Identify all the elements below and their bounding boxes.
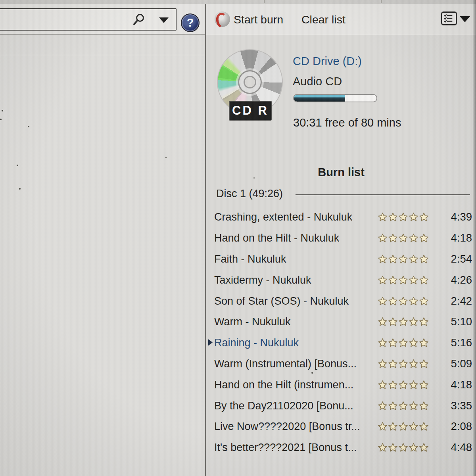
star-icon[interactable]: [398, 401, 408, 411]
star-icon[interactable]: [378, 443, 388, 453]
track-rating-stars[interactable]: [378, 359, 429, 369]
star-icon[interactable]: [409, 233, 418, 243]
star-icon[interactable]: [419, 254, 429, 264]
star-icon[interactable]: [378, 233, 388, 243]
search-box[interactable]: [0, 8, 177, 31]
track-row[interactable]: Warm (Instrumental) [Bonus... 5:09: [206, 353, 476, 374]
star-icon[interactable]: [409, 212, 418, 222]
star-icon[interactable]: [398, 338, 408, 348]
track-row[interactable]: Warm - Nukuluk 5:10: [206, 311, 476, 332]
search-input[interactable]: [2, 11, 134, 29]
star-icon[interactable]: [409, 317, 418, 327]
star-icon[interactable]: [419, 296, 429, 306]
star-icon[interactable]: [409, 422, 418, 432]
star-icon[interactable]: [419, 422, 429, 432]
star-icon[interactable]: [398, 233, 408, 243]
star-icon[interactable]: [409, 254, 418, 264]
star-icon[interactable]: [419, 359, 429, 369]
star-icon[interactable]: [398, 317, 408, 327]
track-row[interactable]: Crashing, extented - Nukuluk 4:39: [206, 207, 476, 228]
track-row[interactable]: Son of Star (SOS) - Nukuluk 2:42: [206, 290, 476, 311]
star-icon[interactable]: [398, 443, 408, 453]
clear-list-button[interactable]: Clear list: [301, 4, 345, 35]
star-icon[interactable]: [398, 359, 408, 369]
star-icon[interactable]: [388, 401, 398, 411]
track-title: Crashing, extented - Nukuluk: [214, 211, 352, 223]
star-icon[interactable]: [388, 359, 398, 369]
star-icon[interactable]: [409, 380, 418, 390]
help-button[interactable]: ?: [181, 13, 200, 32]
dust-speck: [253, 177, 255, 178]
search-options-chevron-icon[interactable]: [159, 17, 169, 23]
star-icon[interactable]: [378, 254, 388, 264]
star-icon[interactable]: [388, 275, 398, 285]
star-icon[interactable]: [388, 212, 398, 222]
star-icon[interactable]: [388, 233, 398, 243]
track-rating-stars[interactable]: [378, 401, 429, 411]
list-options-chevron-icon[interactable]: [460, 16, 470, 22]
disc-capacity-fill: [294, 95, 345, 102]
star-icon[interactable]: [388, 443, 398, 453]
track-row[interactable]: Faith - Nukuluk 2:54: [206, 249, 476, 270]
track-duration: 2:42: [451, 295, 472, 307]
track-row[interactable]: Taxidermy - Nukuluk 4:26: [206, 269, 476, 290]
star-icon[interactable]: [388, 317, 398, 327]
star-icon[interactable]: [398, 296, 408, 306]
star-icon[interactable]: [419, 380, 429, 390]
star-icon[interactable]: [419, 212, 429, 222]
dust-speck: [28, 126, 29, 127]
star-icon[interactable]: [378, 317, 388, 327]
track-row[interactable]: Live Now????2020 [Bonus tr... 2:08: [206, 416, 476, 437]
list-options-icon[interactable]: [441, 12, 457, 25]
star-icon[interactable]: [398, 254, 408, 264]
track-duration: 4:39: [451, 211, 472, 223]
track-rating-stars[interactable]: [378, 254, 429, 264]
star-icon[interactable]: [378, 212, 388, 222]
star-icon[interactable]: [409, 338, 418, 348]
start-burn-button[interactable]: Start burn: [234, 4, 283, 35]
star-icon[interactable]: [409, 275, 418, 285]
star-icon[interactable]: [378, 296, 388, 306]
track-rating-stars[interactable]: [378, 422, 429, 432]
star-icon[interactable]: [378, 338, 388, 348]
star-icon[interactable]: [419, 275, 429, 285]
star-icon[interactable]: [419, 338, 429, 348]
search-icon[interactable]: [132, 13, 146, 27]
track-row[interactable]: Hand on the Hilt - Nukuluk 4:18: [206, 228, 476, 249]
track-row[interactable]: Raining - Nukuluk 5:16: [206, 332, 476, 353]
track-row[interactable]: By the Day21102020 [Bonu... 3:35: [206, 395, 476, 416]
track-rating-stars[interactable]: [378, 212, 429, 222]
star-icon[interactable]: [388, 422, 398, 432]
star-icon[interactable]: [378, 359, 388, 369]
star-icon[interactable]: [378, 380, 388, 390]
star-icon[interactable]: [409, 296, 418, 306]
star-icon[interactable]: [398, 212, 408, 222]
track-rating-stars[interactable]: [378, 275, 429, 285]
star-icon[interactable]: [398, 422, 408, 432]
track-row[interactable]: Hand on the Hilt (instrumen... 4:18: [206, 374, 476, 395]
star-icon[interactable]: [398, 275, 408, 285]
star-icon[interactable]: [419, 317, 429, 327]
star-icon[interactable]: [398, 380, 408, 390]
star-icon[interactable]: [378, 422, 388, 432]
star-icon[interactable]: [388, 380, 398, 390]
star-icon[interactable]: [388, 254, 398, 264]
star-icon[interactable]: [419, 233, 429, 243]
star-icon[interactable]: [388, 296, 398, 306]
star-icon[interactable]: [378, 401, 388, 411]
track-rating-stars[interactable]: [378, 338, 429, 348]
star-icon[interactable]: [419, 443, 429, 453]
track-rating-stars[interactable]: [378, 317, 429, 327]
track-rating-stars[interactable]: [378, 296, 429, 306]
track-rating-stars[interactable]: [378, 380, 429, 390]
track-rating-stars[interactable]: [378, 443, 429, 453]
track-row[interactable]: It's better????2021 [Bonus t... 4:48: [206, 437, 476, 458]
star-icon[interactable]: [409, 401, 418, 411]
track-rating-stars[interactable]: [378, 233, 429, 243]
star-icon[interactable]: [378, 275, 388, 285]
drive-name: CD Drive (D:): [293, 55, 362, 68]
star-icon[interactable]: [419, 401, 429, 411]
star-icon[interactable]: [388, 338, 398, 348]
star-icon[interactable]: [409, 443, 418, 453]
star-icon[interactable]: [409, 359, 418, 369]
